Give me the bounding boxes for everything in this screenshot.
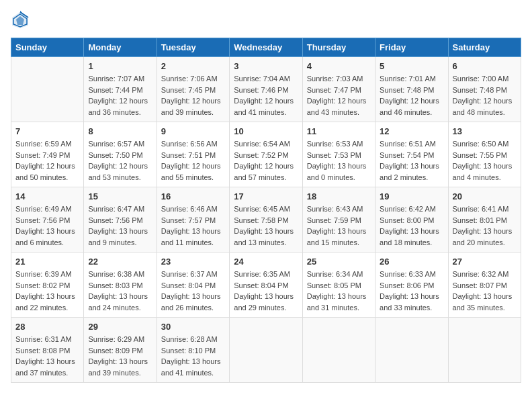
header-day: Wednesday xyxy=(230,38,302,57)
calendar-cell: 8Sunrise: 6:57 AMSunset: 7:50 PMDaylight… xyxy=(84,122,157,187)
day-number: 23 xyxy=(161,257,225,267)
cell-line: Sunset: 7:58 PM xyxy=(234,215,298,226)
cell-line: and 36 minutes. xyxy=(88,107,152,118)
cell-line: Daylight: 13 hours xyxy=(307,291,371,302)
day-number: 25 xyxy=(307,257,371,267)
calendar-cell: 13Sunrise: 6:50 AMSunset: 7:55 PMDayligh… xyxy=(448,122,521,187)
cell-line: and 26 minutes. xyxy=(161,302,225,314)
calendar-cell: 3Sunrise: 7:04 AMSunset: 7:46 PMDaylight… xyxy=(230,57,302,122)
cell-line: Sunrise: 6:35 AM xyxy=(234,269,298,280)
calendar-cell: 22Sunrise: 6:38 AMSunset: 8:03 PMDayligh… xyxy=(84,253,157,318)
cell-line: Sunrise: 6:57 AM xyxy=(88,138,152,150)
day-number: 15 xyxy=(88,191,152,201)
day-number: 16 xyxy=(161,191,225,201)
day-number: 8 xyxy=(88,126,152,136)
day-number: 24 xyxy=(234,257,298,267)
calendar-cell: 1Sunrise: 7:07 AMSunset: 7:44 PMDaylight… xyxy=(84,57,157,122)
cell-line: Daylight: 13 hours xyxy=(161,226,225,237)
calendar-cell: 15Sunrise: 6:47 AMSunset: 7:56 PMDayligh… xyxy=(84,187,157,253)
cell-line: Sunrise: 6:56 AM xyxy=(161,138,225,150)
day-number: 17 xyxy=(234,191,298,201)
calendar-cell: 4Sunrise: 7:03 AMSunset: 7:47 PMDaylight… xyxy=(302,57,375,122)
cell-line: Sunset: 7:56 PM xyxy=(15,215,79,226)
day-number: 2 xyxy=(161,61,225,71)
cell-line: Sunset: 7:44 PM xyxy=(88,85,152,96)
cell-line: Sunset: 7:59 PM xyxy=(307,215,371,226)
day-number: 27 xyxy=(453,257,517,267)
cell-line: Sunset: 8:07 PM xyxy=(453,280,517,291)
cell-line: Sunrise: 6:50 AM xyxy=(453,138,517,150)
cell-line: and 2 minutes. xyxy=(380,172,443,183)
page-header xyxy=(11,11,521,30)
cell-line: Daylight: 13 hours xyxy=(234,291,298,302)
cell-line: Daylight: 12 hours xyxy=(15,161,79,172)
cell-line: and 6 minutes. xyxy=(15,237,79,248)
cell-line: and 9 minutes. xyxy=(88,237,152,248)
calendar-cell: 21Sunrise: 6:39 AMSunset: 8:02 PMDayligh… xyxy=(11,253,84,318)
calendar-cell: 16Sunrise: 6:46 AMSunset: 7:57 PMDayligh… xyxy=(157,187,229,253)
cell-line: and 13 minutes. xyxy=(234,237,298,248)
cell-line: Sunrise: 6:37 AM xyxy=(161,269,225,280)
cell-line: and 41 minutes. xyxy=(234,107,298,118)
cell-line: Sunrise: 6:41 AM xyxy=(453,203,517,215)
day-number: 6 xyxy=(453,61,517,71)
cell-line: and 37 minutes. xyxy=(15,367,79,379)
day-number: 5 xyxy=(380,61,443,71)
cell-line: Sunset: 7:48 PM xyxy=(453,85,517,96)
cell-line: Sunset: 7:46 PM xyxy=(234,85,298,96)
cell-line: and 22 minutes. xyxy=(15,302,79,314)
cell-line: Sunrise: 6:51 AM xyxy=(380,138,443,150)
calendar-table: SundayMondayTuesdayWednesdayThursdayFrid… xyxy=(11,38,521,383)
cell-line: Sunrise: 7:04 AM xyxy=(234,73,298,85)
cell-line: and 46 minutes. xyxy=(380,107,443,118)
day-number: 30 xyxy=(161,322,225,332)
day-number: 9 xyxy=(161,126,225,136)
day-number: 11 xyxy=(307,126,371,136)
cell-line: Daylight: 13 hours xyxy=(15,291,79,302)
cell-line: Sunrise: 6:49 AM xyxy=(15,203,79,215)
day-number: 20 xyxy=(453,191,517,201)
cell-line: Sunrise: 6:43 AM xyxy=(307,203,371,215)
calendar-cell: 30Sunrise: 6:28 AMSunset: 8:10 PMDayligh… xyxy=(157,318,229,383)
cell-line: Daylight: 13 hours xyxy=(380,226,443,237)
cell-line: Sunrise: 6:34 AM xyxy=(307,269,371,280)
cell-line: Daylight: 13 hours xyxy=(15,226,79,237)
cell-line: Sunset: 7:56 PM xyxy=(88,215,152,226)
cell-line: and 24 minutes. xyxy=(88,302,152,314)
cell-line: and 31 minutes. xyxy=(307,302,371,314)
calendar-week-row: 7Sunrise: 6:59 AMSunset: 7:49 PMDaylight… xyxy=(11,122,521,187)
calendar-cell: 5Sunrise: 7:01 AMSunset: 7:48 PMDaylight… xyxy=(375,57,448,122)
cell-line: Sunrise: 6:42 AM xyxy=(380,203,443,215)
cell-line: Sunrise: 7:00 AM xyxy=(453,73,517,85)
cell-line: Sunset: 8:09 PM xyxy=(88,345,152,357)
calendar-cell xyxy=(11,57,84,122)
calendar-cell: 26Sunrise: 6:33 AMSunset: 8:06 PMDayligh… xyxy=(375,253,448,318)
cell-line: Sunset: 8:01 PM xyxy=(453,215,517,226)
calendar-week-row: 28Sunrise: 6:31 AMSunset: 8:08 PMDayligh… xyxy=(11,318,521,383)
cell-line: Sunset: 7:45 PM xyxy=(161,85,225,96)
cell-line: Daylight: 13 hours xyxy=(161,291,225,302)
calendar-cell: 28Sunrise: 6:31 AMSunset: 8:08 PMDayligh… xyxy=(11,318,84,383)
cell-line: Sunrise: 6:38 AM xyxy=(88,269,152,280)
logo xyxy=(11,11,32,30)
cell-line: and 20 minutes. xyxy=(453,237,517,248)
cell-line: Daylight: 12 hours xyxy=(88,161,152,172)
cell-line: Daylight: 13 hours xyxy=(88,226,152,237)
cell-line: Sunrise: 6:46 AM xyxy=(161,203,225,215)
cell-line: and 41 minutes. xyxy=(161,367,225,379)
day-number: 29 xyxy=(88,322,152,332)
header-day: Monday xyxy=(84,38,157,57)
calendar-cell: 9Sunrise: 6:56 AMSunset: 7:51 PMDaylight… xyxy=(157,122,229,187)
cell-line: Sunset: 8:10 PM xyxy=(161,345,225,357)
calendar-cell: 29Sunrise: 6:29 AMSunset: 8:09 PMDayligh… xyxy=(84,318,157,383)
day-number: 26 xyxy=(380,257,443,267)
cell-line: Daylight: 12 hours xyxy=(380,95,443,107)
cell-line: Daylight: 12 hours xyxy=(234,95,298,107)
header-day: Friday xyxy=(375,38,448,57)
calendar-week-row: 14Sunrise: 6:49 AMSunset: 7:56 PMDayligh… xyxy=(11,187,521,253)
calendar-cell: 17Sunrise: 6:45 AMSunset: 7:58 PMDayligh… xyxy=(230,187,302,253)
calendar-cell: 12Sunrise: 6:51 AMSunset: 7:54 PMDayligh… xyxy=(375,122,448,187)
cell-line: Daylight: 12 hours xyxy=(161,161,225,172)
day-number: 1 xyxy=(88,61,152,71)
cell-line: Daylight: 13 hours xyxy=(161,356,225,367)
